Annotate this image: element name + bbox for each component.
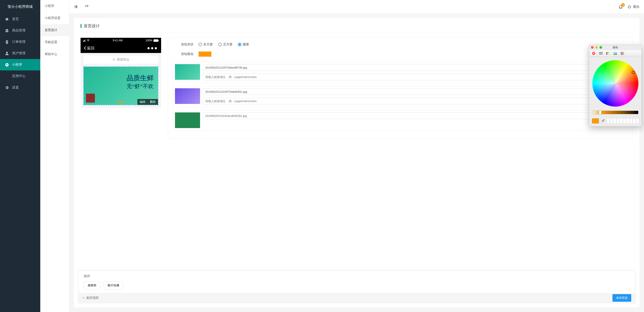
svg-rect-4 (85, 39, 85, 42)
home-icon (5, 17, 9, 21)
carousel-dots (117, 101, 125, 103)
svg-rect-13 (608, 52, 609, 53)
svg-rect-2 (84, 40, 84, 42)
sidebar-item-miniprogram[interactable]: 小程序 (0, 59, 40, 70)
save-page-button[interactable]: 保存页面 (612, 294, 631, 302)
notifications-badge: 5 (621, 3, 625, 7)
user-icon (5, 51, 9, 55)
banner-filename-input[interactable] (203, 88, 605, 95)
phone-status-bar: 9:41 AM 100% (80, 38, 161, 43)
battery-icon (154, 39, 159, 42)
slider-knob[interactable] (599, 110, 602, 115)
phone-preview: 9:41 AM 100% 返回 ●●● (80, 38, 161, 108)
submenu-item-miniprogram[interactable]: 小程序 (40, 0, 69, 12)
svg-rect-1 (83, 41, 83, 42)
selected-color-swatch (592, 118, 599, 124)
miniprogram-icon (5, 63, 9, 67)
submenu-item-help[interactable]: 帮助中心 (40, 48, 69, 60)
component-carousel[interactable]: 图片轮播 (104, 281, 123, 290)
sidebar-item-label: 订单管理 (12, 40, 26, 44)
color-picker-window[interactable]: 颜色 (589, 45, 642, 127)
brightness-slider[interactable] (592, 111, 638, 114)
sidebar: 萤火小程序商城 首页 商品管理 订单管理 用户管理 小程序 应用中心 设置 (0, 0, 40, 312)
color-tab-image[interactable] (612, 51, 618, 56)
eyedropper-icon[interactable] (601, 119, 605, 123)
power-icon (628, 5, 632, 9)
svg-point-17 (614, 52, 615, 53)
svg-rect-11 (599, 54, 602, 54)
sidebar-item-label: 商品管理 (12, 28, 26, 33)
color-history-grid[interactable] (607, 118, 639, 124)
color-swatch[interactable] (198, 51, 212, 57)
phone-back-label: 返回 (87, 46, 94, 51)
submenu-item-settings[interactable]: 小程序设置 (40, 12, 69, 24)
sidebar-item-users[interactable]: 用户管理 (0, 48, 40, 59)
color-picker-title: 颜色 (589, 46, 642, 49)
search-icon (112, 58, 116, 61)
banner-item-1: ✕ 上传图片 (172, 62, 628, 83)
banner-filename-input[interactable] (203, 112, 605, 119)
collapse-menu-button[interactable] (74, 5, 78, 9)
svg-rect-15 (608, 53, 609, 54)
color-tab-pencils[interactable] (619, 51, 626, 56)
sidebar-item-home[interactable]: 首页 (0, 13, 40, 25)
svg-rect-3 (84, 40, 84, 42)
banner-component[interactable]: 品质生鲜 无“虾”不欢 编辑 删除 (83, 66, 158, 105)
phone-search-box[interactable]: 搜索商品 (83, 56, 158, 64)
banner-link-input[interactable] (203, 98, 626, 104)
chevron-left-icon (84, 46, 86, 50)
banner-delete-button[interactable]: 删除 (148, 99, 158, 105)
notifications-button[interactable]: 5 (618, 4, 623, 9)
sidebar-item-appcenter[interactable]: 应用中心 (0, 70, 40, 82)
color-tab-palette[interactable] (605, 51, 611, 56)
logout-button[interactable]: 退出 (628, 5, 640, 9)
back-to-top-button[interactable]: 返回顶部 (82, 296, 99, 300)
banner-item-3: ✕ 上传图片 (172, 110, 628, 131)
refresh-button[interactable] (84, 5, 88, 9)
gear-icon (5, 86, 9, 90)
component-searchbox[interactable]: 搜索框 (84, 281, 100, 290)
color-tab-wheel[interactable] (590, 51, 597, 56)
sidebar-item-label: 用户管理 (12, 51, 26, 55)
shape-option-square[interactable]: 正方形 (218, 42, 232, 46)
submenu-item-home-design[interactable]: 首页设计 (40, 24, 69, 36)
sidebar-item-orders[interactable]: 订单管理 (0, 36, 40, 48)
sidebar-item-settings[interactable]: 设置 (0, 82, 40, 93)
phone-more-button[interactable]: ●●● (147, 45, 158, 51)
title-accent (80, 24, 82, 28)
svg-point-8 (592, 52, 595, 55)
sidebar-item-products[interactable]: 商品管理 (0, 25, 40, 36)
wifi-icon (86, 39, 90, 42)
submenu-item-nav-settings[interactable]: 导航设置 (40, 36, 69, 48)
page-title: 首页设计 (80, 23, 633, 32)
svg-rect-21 (623, 52, 623, 55)
color-tab-sliders[interactable] (598, 51, 604, 56)
banner-item-2: ✕ 上传图片 (172, 86, 628, 107)
components-label: 组件 (84, 274, 630, 278)
shape-option-rect[interactable]: 长方形 (198, 42, 213, 46)
banner-link-input[interactable] (203, 74, 626, 80)
submenu: 小程序 小程序设置 首页设计 导航设置 帮助中心 (40, 0, 69, 312)
svg-rect-10 (599, 53, 602, 54)
banner-edit-button[interactable]: 编辑 (138, 99, 148, 105)
shape-label: 按钮形状 (179, 42, 194, 46)
sidebar-item-label: 小程序 (12, 63, 22, 67)
page-title-text: 首页设计 (84, 23, 100, 29)
shape-option-circle[interactable]: 圆形 (238, 42, 249, 46)
brand-logo: 萤火小程序商城 (0, 0, 40, 13)
phone-back-button[interactable]: 返回 (84, 46, 94, 51)
color-wheel[interactable] (592, 60, 638, 107)
banner-filename-input[interactable] (203, 64, 605, 71)
banner-thumb (175, 88, 200, 104)
color-label: 按钮颜色 (179, 52, 194, 56)
component-palette: 组件 搜索框 图片轮播 返回顶部 保存页面 (78, 270, 635, 303)
arrow-up-icon (82, 297, 85, 299)
sidebar-item-label: 首页 (12, 17, 19, 21)
phone-battery-pct: 100% (146, 39, 152, 42)
phone-nav-bar: 返回 ●●● (80, 43, 161, 53)
color-wheel-cursor[interactable] (632, 71, 635, 74)
banner-thumb (175, 112, 200, 128)
svg-rect-20 (622, 52, 622, 55)
svg-rect-14 (606, 53, 607, 54)
banner-thumb (175, 64, 200, 80)
